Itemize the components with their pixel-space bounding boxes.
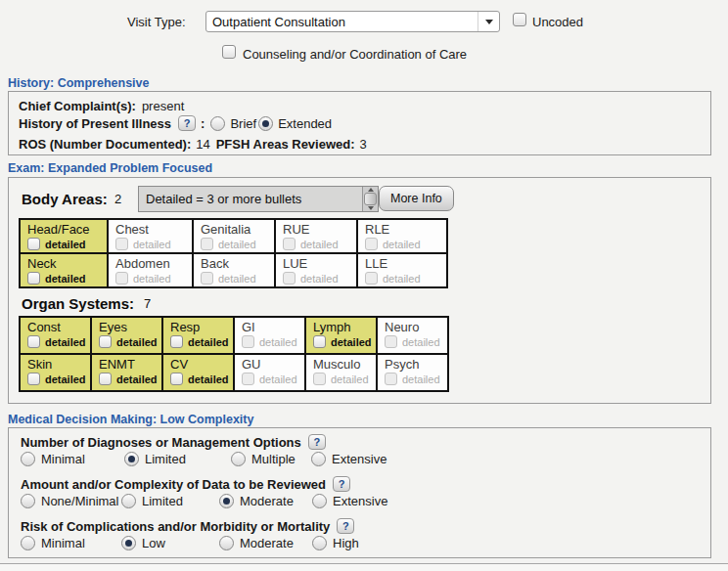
visit-type-select[interactable]: Outpatient Consultation	[205, 11, 500, 32]
radio-icon[interactable]	[219, 494, 234, 508]
body-area-cell-genitalia[interactable]: Genitaliadetailed	[194, 220, 274, 252]
detailed-checkbox[interactable]	[313, 335, 326, 348]
risk-help-button[interactable]: ?	[337, 518, 354, 534]
organ-cell-neuro[interactable]: Neurodetailed	[378, 318, 447, 353]
radio-risk-high[interactable]: High	[312, 536, 359, 550]
detailed-checkbox	[365, 238, 378, 250]
radio-icon[interactable]	[219, 536, 234, 550]
visit-type-label: Visit Type:	[127, 15, 186, 29]
body-area-cell-lle[interactable]: LLEdetailed	[358, 254, 446, 286]
radio-icon[interactable]	[312, 536, 327, 550]
radio-icon[interactable]	[21, 536, 35, 550]
radio-diagnoses-limited[interactable]: Limited	[124, 452, 186, 466]
organ-cell-lymph[interactable]: Lymphdetailed	[306, 318, 376, 353]
listbox-scrollbar[interactable]	[362, 187, 378, 211]
body-area-cell-rle[interactable]: RLEdetailed	[358, 220, 446, 252]
organ-cell-gu[interactable]: GUdetailed	[235, 355, 304, 390]
scroll-down-icon[interactable]	[368, 206, 374, 210]
ros-label: ROS (Number Documented):	[19, 137, 191, 152]
body-area-cell-lue[interactable]: LUEdetailed	[276, 254, 356, 286]
radio-label: Limited	[145, 452, 186, 466]
body-area-cell-neck[interactable]: Neckdetailed	[21, 254, 107, 286]
chief-complaint-line: Chief Complaint(s): present	[19, 99, 184, 113]
detailed-checkbox[interactable]	[170, 373, 183, 385]
radio-icon[interactable]	[124, 452, 139, 466]
question-label: Number of Diagnoses or Management Option…	[21, 435, 301, 450]
organ-systems-count: 7	[144, 296, 151, 311]
body-area-cell-abdomen[interactable]: Abdomendetailed	[109, 254, 192, 286]
radio-diagnoses-extensive[interactable]: Extensive	[311, 452, 387, 466]
hpi-help-button[interactable]: ?	[178, 115, 196, 131]
detailed-checkbox	[385, 373, 397, 385]
body-area-cell-chest[interactable]: Chestdetailed	[109, 220, 192, 252]
detailed-checkbox[interactable]	[27, 238, 40, 250]
organ-cell-const[interactable]: Constdetailed	[21, 318, 90, 353]
radio-data-limited[interactable]: Limited	[121, 494, 183, 508]
scrollbar-thumb[interactable]	[364, 193, 377, 205]
radio-label: Low	[142, 536, 165, 550]
body-area-cell-rue[interactable]: RUEdetailed	[276, 220, 356, 252]
radio-label: Multiple	[251, 452, 296, 466]
body-areas-count: 2	[114, 192, 121, 206]
more-info-button[interactable]: More Info	[379, 186, 454, 211]
organ-cell-eyes[interactable]: Eyesdetailed	[92, 318, 161, 353]
detail-level-listbox[interactable]: Detailed = 3 or more bullets	[138, 186, 379, 212]
detailed-checkbox[interactable]	[99, 335, 112, 348]
uncoded-checkbox[interactable]	[513, 13, 526, 26]
ros-pfsh-line: ROS (Number Documented): 14 PFSH Areas R…	[19, 137, 367, 152]
radio-data-noneminimal[interactable]: None/Minimal	[21, 494, 118, 508]
detailed-label: detailed	[188, 373, 229, 385]
organ-cell-musculo[interactable]: Musculodetailed	[306, 355, 376, 390]
organ-cell-cv[interactable]: CVdetailed	[163, 355, 233, 390]
radio-label: Moderate	[240, 494, 294, 508]
chevron-down-icon	[485, 20, 493, 24]
radio-data-extensive[interactable]: Extensive	[312, 494, 387, 508]
question-label: Risk of Complications and/or Morbidity o…	[21, 519, 330, 534]
cell-title: Back	[201, 256, 270, 271]
radio-icon[interactable]	[121, 536, 136, 550]
radio-icon[interactable]	[21, 494, 35, 508]
data-help-button[interactable]: ?	[333, 476, 350, 492]
counseling-checkbox[interactable]	[222, 45, 236, 59]
organ-cell-skin[interactable]: Skindetailed	[21, 355, 90, 390]
radio-icon[interactable]	[231, 452, 246, 466]
detailed-checkbox[interactable]	[27, 373, 40, 385]
hpi-extended-radio[interactable]	[258, 116, 273, 131]
cell-title: Resp	[170, 320, 229, 334]
hpi-line: History of Present Illness ? : Brief Ext…	[19, 114, 332, 132]
cell-title: LLE	[365, 256, 442, 271]
uncoded-label: Uncoded	[532, 15, 583, 29]
detailed-checkbox[interactable]	[99, 373, 112, 385]
body-area-cell-back[interactable]: Backdetailed	[194, 254, 274, 286]
detailed-checkbox[interactable]	[170, 335, 183, 348]
radio-icon[interactable]	[21, 452, 35, 466]
radio-risk-moderate[interactable]: Moderate	[219, 536, 294, 550]
radio-risk-minimal[interactable]: Minimal	[21, 536, 85, 550]
detailed-label: detailed	[218, 239, 256, 250]
scroll-up-icon[interactable]	[368, 188, 374, 192]
detailed-label: detailed	[218, 273, 256, 285]
combo-arrow-area[interactable]	[478, 12, 499, 31]
radio-label: None/Minimal	[41, 494, 118, 508]
radio-diagnoses-multiple[interactable]: Multiple	[231, 452, 296, 466]
diagnoses-help-button[interactable]: ?	[308, 434, 326, 450]
radio-data-moderate[interactable]: Moderate	[219, 494, 294, 508]
organ-cell-resp[interactable]: Respdetailed	[163, 318, 233, 353]
detailed-label: detailed	[402, 336, 440, 348]
body-area-cell-headface[interactable]: Head/Facedetailed	[21, 220, 107, 252]
hpi-brief-radio[interactable]	[210, 116, 225, 131]
radio-icon[interactable]	[121, 494, 136, 508]
mdm-heading: Medical Decision Making: Low Complexity	[8, 413, 253, 426]
radio-risk-low[interactable]: Low	[121, 536, 165, 550]
radio-icon[interactable]	[311, 452, 326, 466]
radio-diagnoses-minimal[interactable]: Minimal	[21, 452, 85, 466]
organ-cell-psych[interactable]: Psychdetailed	[378, 355, 447, 390]
organ-cell-enmt[interactable]: ENMTdetailed	[92, 355, 161, 390]
radio-icon[interactable]	[312, 494, 327, 508]
body-areas-grid: Head/Facedetailed Chestdetailed Genitali…	[19, 218, 448, 288]
organ-cell-gi[interactable]: GIdetailed	[235, 318, 304, 353]
history-panel: Chief Complaint(s): present History of P…	[8, 91, 711, 155]
detailed-checkbox[interactable]	[27, 335, 40, 348]
cell-title: LUE	[283, 256, 352, 271]
detailed-checkbox[interactable]	[27, 272, 40, 285]
